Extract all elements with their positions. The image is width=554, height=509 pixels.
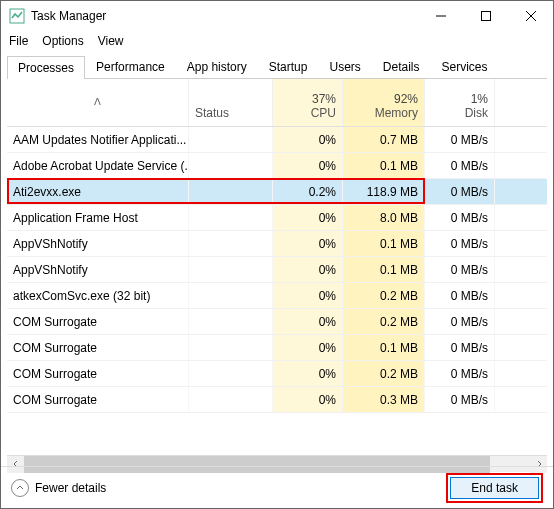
- cell-name: Adobe Acrobat Update Service (...: [7, 153, 189, 178]
- column-name[interactable]: ᐱ: [7, 79, 189, 126]
- minimize-button[interactable]: [418, 1, 463, 31]
- cell-cpu: 0%: [273, 257, 343, 282]
- cell-name: Ati2evxx.exe: [7, 179, 189, 204]
- task-manager-icon: [9, 8, 25, 24]
- tab-services[interactable]: Services: [431, 55, 499, 78]
- end-task-button[interactable]: End task: [450, 477, 539, 499]
- cell-status: [189, 283, 273, 308]
- cell-disk: 0 MB/s: [425, 283, 495, 308]
- cell-disk: 0 MB/s: [425, 257, 495, 282]
- chevron-up-icon: [11, 479, 29, 497]
- cell-disk: 0 MB/s: [425, 153, 495, 178]
- footer: Fewer details End task: [1, 466, 553, 508]
- cell-memory: 0.1 MB: [343, 257, 425, 282]
- tab-performance[interactable]: Performance: [85, 55, 176, 78]
- cell-name: AAM Updates Notifier Applicati...: [7, 127, 189, 152]
- tab-users[interactable]: Users: [318, 55, 371, 78]
- process-table: ᐱ Status 37% CPU 92% Memory 1% Disk AAM …: [7, 79, 547, 455]
- cell-cpu: 0%: [273, 335, 343, 360]
- menu-file[interactable]: File: [9, 34, 28, 48]
- cell-cpu: 0.2%: [273, 179, 343, 204]
- cell-cpu: 0%: [273, 127, 343, 152]
- table-row[interactable]: Application Frame Host0%8.0 MB0 MB/s: [7, 205, 547, 231]
- table-header: ᐱ Status 37% CPU 92% Memory 1% Disk: [7, 79, 547, 127]
- window-controls: [418, 1, 553, 31]
- cell-status: [189, 153, 273, 178]
- cell-name: COM Surrogate: [7, 335, 189, 360]
- table-row[interactable]: COM Surrogate0%0.3 MB0 MB/s: [7, 387, 547, 413]
- cell-name: COM Surrogate: [7, 309, 189, 334]
- cell-name: Application Frame Host: [7, 205, 189, 230]
- tab-processes[interactable]: Processes: [7, 56, 85, 79]
- cell-name: AppVShNotify: [7, 257, 189, 282]
- fewer-details-label: Fewer details: [35, 481, 106, 495]
- table-row[interactable]: Ati2evxx.exe0.2%118.9 MB0 MB/s: [7, 179, 547, 205]
- cell-status: [189, 231, 273, 256]
- cell-status: [189, 361, 273, 386]
- fewer-details-button[interactable]: Fewer details: [11, 479, 106, 497]
- cell-disk: 0 MB/s: [425, 335, 495, 360]
- end-task-highlight: End task: [446, 473, 543, 503]
- cell-cpu: 0%: [273, 205, 343, 230]
- cell-cpu: 0%: [273, 153, 343, 178]
- cell-disk: 0 MB/s: [425, 205, 495, 230]
- column-disk[interactable]: 1% Disk: [425, 79, 495, 126]
- cell-status: [189, 127, 273, 152]
- table-row[interactable]: AppVShNotify0%0.1 MB0 MB/s: [7, 231, 547, 257]
- titlebar: Task Manager: [1, 1, 553, 31]
- cell-status: [189, 309, 273, 334]
- cell-disk: 0 MB/s: [425, 179, 495, 204]
- cell-memory: 0.3 MB: [343, 387, 425, 412]
- cell-memory: 0.2 MB: [343, 361, 425, 386]
- cell-memory: 8.0 MB: [343, 205, 425, 230]
- cell-cpu: 0%: [273, 231, 343, 256]
- cell-cpu: 0%: [273, 387, 343, 412]
- table-row[interactable]: AppVShNotify0%0.1 MB0 MB/s: [7, 257, 547, 283]
- table-row[interactable]: COM Surrogate0%0.2 MB0 MB/s: [7, 361, 547, 387]
- menu-view[interactable]: View: [98, 34, 124, 48]
- column-memory[interactable]: 92% Memory: [343, 79, 425, 126]
- cell-memory: 0.1 MB: [343, 335, 425, 360]
- cell-memory: 118.9 MB: [343, 179, 425, 204]
- tab-startup[interactable]: Startup: [258, 55, 319, 78]
- cell-memory: 0.2 MB: [343, 309, 425, 334]
- cell-memory: 0.2 MB: [343, 283, 425, 308]
- cell-status: [189, 387, 273, 412]
- tabs: Processes Performance App history Startu…: [7, 55, 547, 79]
- maximize-button[interactable]: [463, 1, 508, 31]
- svg-rect-2: [481, 12, 490, 21]
- cell-memory: 0.1 MB: [343, 231, 425, 256]
- table-row[interactable]: Adobe Acrobat Update Service (...0%0.1 M…: [7, 153, 547, 179]
- cell-name: COM Surrogate: [7, 361, 189, 386]
- cell-name: AppVShNotify: [7, 231, 189, 256]
- cell-cpu: 0%: [273, 361, 343, 386]
- cell-disk: 0 MB/s: [425, 231, 495, 256]
- cell-disk: 0 MB/s: [425, 387, 495, 412]
- column-status[interactable]: Status: [189, 79, 273, 126]
- cell-name: COM Surrogate: [7, 387, 189, 412]
- table-row[interactable]: COM Surrogate0%0.2 MB0 MB/s: [7, 309, 547, 335]
- cell-cpu: 0%: [273, 283, 343, 308]
- cell-status: [189, 205, 273, 230]
- cell-memory: 0.7 MB: [343, 127, 425, 152]
- cell-memory: 0.1 MB: [343, 153, 425, 178]
- table-row[interactable]: AAM Updates Notifier Applicati...0%0.7 M…: [7, 127, 547, 153]
- tab-app-history[interactable]: App history: [176, 55, 258, 78]
- cell-status: [189, 179, 273, 204]
- cell-disk: 0 MB/s: [425, 309, 495, 334]
- table-row[interactable]: atkexComSvc.exe (32 bit)0%0.2 MB0 MB/s: [7, 283, 547, 309]
- table-row[interactable]: COM Surrogate0%0.1 MB0 MB/s: [7, 335, 547, 361]
- cell-cpu: 0%: [273, 309, 343, 334]
- cell-status: [189, 257, 273, 282]
- close-button[interactable]: [508, 1, 553, 31]
- window-title: Task Manager: [31, 9, 418, 23]
- menubar: File Options View: [1, 31, 553, 51]
- sort-ascending-icon: ᐱ: [13, 96, 182, 107]
- cell-disk: 0 MB/s: [425, 127, 495, 152]
- cell-name: atkexComSvc.exe (32 bit): [7, 283, 189, 308]
- menu-options[interactable]: Options: [42, 34, 83, 48]
- process-rows: AAM Updates Notifier Applicati...0%0.7 M…: [7, 127, 547, 441]
- column-cpu[interactable]: 37% CPU: [273, 79, 343, 126]
- tab-details[interactable]: Details: [372, 55, 431, 78]
- cell-status: [189, 335, 273, 360]
